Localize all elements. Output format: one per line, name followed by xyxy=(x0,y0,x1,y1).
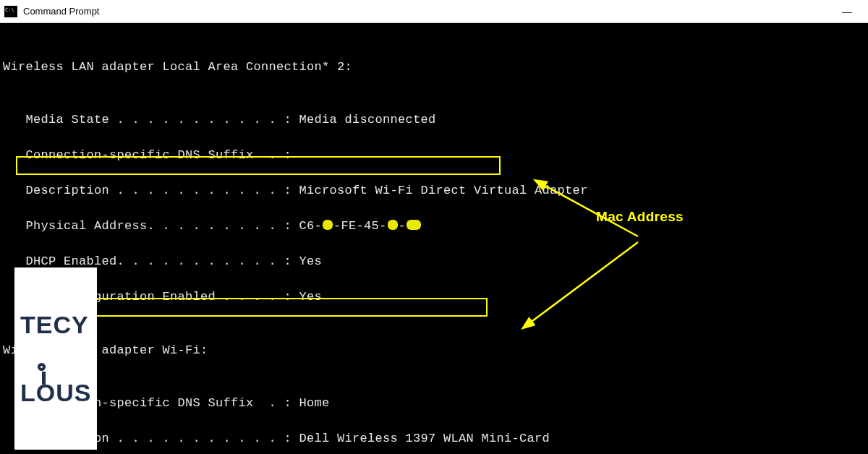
dns-suffix-line: Connection-specific DNS Suffix . : xyxy=(3,147,868,165)
cmd-icon xyxy=(4,6,17,17)
adapter-header: Wireless LAN adapter Local Area Connecti… xyxy=(3,59,868,77)
logo-l: L xyxy=(20,379,36,406)
minimize-button[interactable]: — xyxy=(830,0,864,23)
logo-o-icon: O xyxy=(36,382,56,404)
logo-row1: TECY xyxy=(20,314,91,336)
logo-us: US xyxy=(56,379,91,406)
description-line: Description . . . . . . . . . . . : Micr… xyxy=(3,182,868,200)
dhcp-enabled-line: DHCP Enabled. . . . . . . . . . . : Yes xyxy=(3,253,868,271)
terminal-output[interactable]: Wireless LAN adapter Local Area Connecti… xyxy=(0,23,868,454)
redacted-octet xyxy=(323,220,333,230)
physaddr-mid: -FE-45- xyxy=(333,219,387,233)
window-titlebar: Command Prompt — xyxy=(0,0,868,23)
adapter-header: Wireless LAN adapter Wi-Fi: xyxy=(3,342,868,360)
watermark-logo: TECY LOUS xyxy=(14,267,97,450)
autoconfig-line: Autoconfiguration Enabled . . . . : Yes xyxy=(3,288,868,307)
annotation-label: Mac Address xyxy=(596,208,684,226)
description-line: Description . . . . . . . . . . . : Dell… xyxy=(3,430,868,448)
media-state-line: Media State . . . . . . . . . . . : Medi… xyxy=(3,111,868,129)
physaddr-left: Physical Address. . . . . . . . . : C6- xyxy=(3,219,322,233)
window-title: Command Prompt xyxy=(23,6,99,17)
dns-suffix-line: Connection-specific DNS Suffix . : Home xyxy=(3,395,868,413)
redacted-octet xyxy=(388,220,398,230)
redacted-octet xyxy=(407,220,421,230)
physical-address-line: Physical Address. . . . . . . . . : C6--… xyxy=(3,218,868,236)
logo-row2: LOUS xyxy=(20,382,91,404)
